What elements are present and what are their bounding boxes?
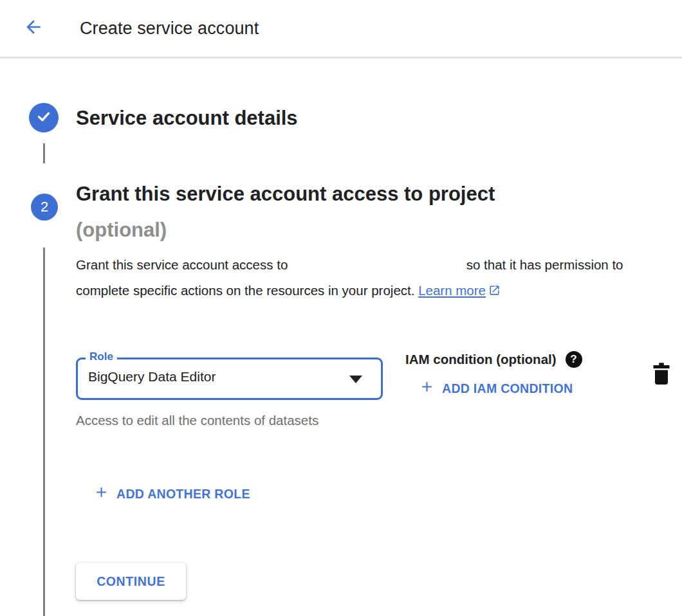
- help-icon[interactable]: ?: [566, 351, 582, 368]
- step2-number: 2: [41, 199, 48, 215]
- back-arrow-icon: [23, 17, 44, 40]
- plus-icon: [419, 379, 435, 398]
- step2-title: Grant this service account access to pro…: [76, 176, 495, 248]
- step2-indicator: 2: [31, 194, 58, 221]
- role-dropdown-label: Role: [86, 350, 117, 363]
- back-button[interactable]: [23, 18, 44, 39]
- description-part1: Grant this service account access to: [76, 257, 288, 272]
- stepper-connector-top: [43, 143, 45, 163]
- page-title: Create service account: [80, 19, 259, 39]
- step1-completed-indicator: [29, 103, 59, 132]
- role-dropdown-value: BigQuery Data Editor: [88, 369, 216, 385]
- iam-condition-label: IAM condition (optional): [405, 352, 557, 367]
- project-name-placeholder: [291, 269, 463, 269]
- add-iam-condition-button[interactable]: ADD IAM CONDITION: [419, 379, 573, 398]
- learn-more-link[interactable]: Learn more: [418, 283, 501, 298]
- external-link-icon: [488, 279, 501, 305]
- stepper-connector-section: [43, 248, 45, 616]
- add-another-role-button[interactable]: ADD ANOTHER ROLE: [93, 484, 250, 503]
- trash-icon: [652, 363, 671, 387]
- role-dropdown[interactable]: Role BigQuery Data Editor: [76, 358, 383, 400]
- step2-description: Grant this service account access to so …: [76, 252, 660, 305]
- continue-button[interactable]: CONTINUE: [76, 563, 186, 600]
- check-icon: [35, 108, 52, 127]
- delete-role-button[interactable]: [650, 363, 672, 386]
- step1-title[interactable]: Service account details: [76, 105, 298, 132]
- role-helper-text: Access to edit all the contents of datas…: [76, 408, 327, 433]
- step2-title-optional: (optional): [76, 219, 167, 241]
- create-service-account-page: Create service account Service account d…: [0, 0, 682, 616]
- plus-icon: [93, 484, 109, 503]
- page-header: Create service account: [0, 0, 682, 59]
- iam-condition-header: IAM condition (optional) ?: [405, 351, 582, 368]
- step2-title-text: Grant this service account access to pro…: [76, 183, 495, 205]
- chevron-down-icon: [349, 376, 362, 383]
